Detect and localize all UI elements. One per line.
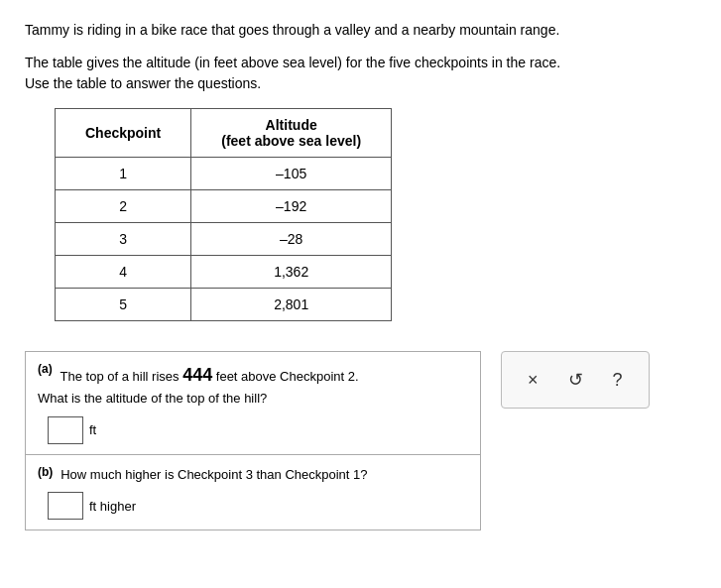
table-row: 1–105 bbox=[56, 158, 392, 190]
table-row: 3–28 bbox=[56, 223, 392, 256]
question-b-section: (b) How much higher is Checkpoint 3 than… bbox=[26, 455, 480, 530]
table-row: 52,801 bbox=[56, 289, 392, 321]
table-cell-altitude: –105 bbox=[191, 158, 392, 190]
question-a-text-after: feet above Checkpoint 2. bbox=[212, 369, 358, 384]
question-a-input-row: ft bbox=[38, 416, 468, 444]
question-a-label: (a) bbox=[38, 362, 53, 376]
intro-line1: Tammy is riding in a bike race that goes… bbox=[25, 20, 696, 41]
table-cell-checkpoint: 1 bbox=[56, 158, 191, 190]
table-cell-altitude: 2,801 bbox=[191, 289, 392, 321]
intro-line2: The table gives the altitude (in feet ab… bbox=[25, 53, 696, 94]
questions-box: (a) The top of a hill rises 444 feet abo… bbox=[25, 351, 481, 530]
help-button[interactable]: ? bbox=[607, 368, 629, 393]
col-checkpoint-header: Checkpoint bbox=[56, 109, 191, 158]
controls-box: × ↺ ? bbox=[501, 351, 650, 409]
questions-area: (a) The top of a hill rises 444 feet abo… bbox=[25, 351, 696, 530]
intro-line3-text: Use the table to answer the questions. bbox=[25, 75, 261, 91]
question-b-label: (b) bbox=[38, 465, 53, 479]
close-button[interactable]: × bbox=[522, 368, 544, 393]
table-row: 2–192 bbox=[56, 190, 392, 223]
question-a-section: (a) The top of a hill rises 444 feet abo… bbox=[26, 352, 480, 455]
table-row: 41,362 bbox=[56, 256, 392, 289]
table-cell-checkpoint: 5 bbox=[56, 289, 191, 321]
table-cell-checkpoint: 4 bbox=[56, 256, 191, 289]
question-b-text: How much higher is Checkpoint 3 than Che… bbox=[60, 467, 367, 482]
undo-button[interactable]: ↺ bbox=[562, 367, 589, 393]
question-b-input-row: ft higher bbox=[38, 492, 468, 520]
table-cell-checkpoint: 2 bbox=[56, 190, 191, 223]
checkpoint-table: Checkpoint Altitude (feet above sea leve… bbox=[55, 108, 392, 321]
intro-line2-text: The table gives the altitude (in feet ab… bbox=[25, 55, 560, 70]
col-altitude-header-main: Altitude bbox=[266, 117, 317, 133]
question-a-text-before: The top of a hill rises bbox=[60, 369, 183, 384]
col-altitude-header: Altitude (feet above sea level) bbox=[191, 109, 392, 158]
question-a-text: The top of a hill rises 444 feet above C… bbox=[38, 369, 359, 406]
question-b-input[interactable] bbox=[48, 492, 83, 520]
table-cell-altitude: –28 bbox=[191, 223, 392, 256]
question-a-unit: ft bbox=[89, 422, 96, 437]
table-cell-checkpoint: 3 bbox=[56, 223, 191, 256]
question-a-input[interactable] bbox=[48, 416, 83, 444]
table-cell-altitude: 1,362 bbox=[191, 256, 392, 289]
question-b-unit: ft higher bbox=[89, 499, 136, 514]
col-altitude-header-sub: (feet above sea level) bbox=[221, 133, 361, 149]
table-cell-altitude: –192 bbox=[191, 190, 392, 223]
question-a-line2: What is the altitude of the top of the h… bbox=[38, 391, 267, 406]
question-a-highlight: 444 bbox=[182, 365, 212, 385]
